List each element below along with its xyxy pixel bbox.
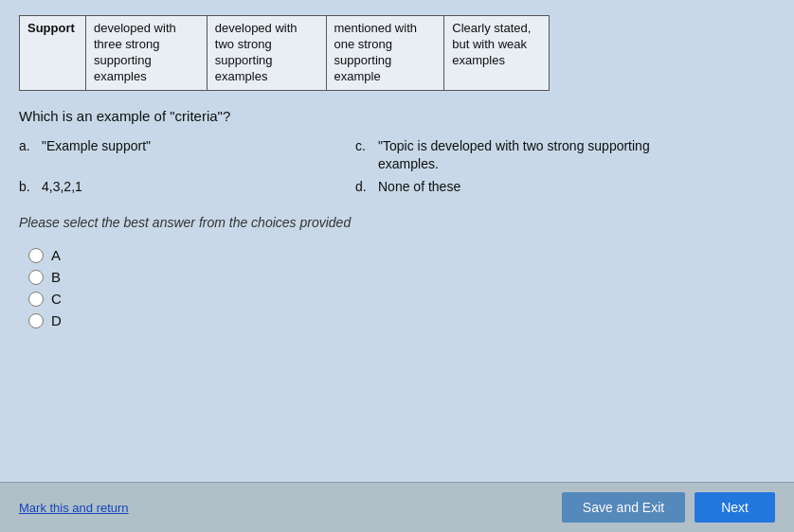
table-label-support: Support (20, 16, 86, 91)
choice-a-label: a. (19, 137, 36, 156)
rubric-table: Support developed with three strong supp… (19, 15, 550, 91)
question-text: Which is an example of "criteria"? (19, 108, 775, 124)
mark-return-button[interactable]: Mark this and return (19, 501, 129, 515)
choice-b-label: b. (19, 178, 36, 197)
radio-input-b[interactable] (28, 270, 44, 285)
choice-d-label: d. (355, 178, 372, 197)
radio-label-b: B (51, 269, 61, 285)
choice-a-text: "Example support" (42, 137, 151, 156)
table-cell-col4: Clearly stated, but with weak examples (444, 16, 550, 91)
table-cell-col2: developed with two strong supporting exa… (207, 16, 326, 91)
instruction-text: Please select the best answer from the c… (19, 215, 775, 230)
choice-d: d. None of these (355, 178, 663, 197)
radio-item-d[interactable]: D (28, 312, 775, 328)
next-button[interactable]: Next (695, 492, 775, 523)
radio-label-a: A (51, 247, 61, 263)
footer: Mark this and return Save and Exit Next (0, 482, 794, 532)
table-cell-col1: developed with three strong supporting e… (86, 16, 208, 91)
radio-label-c: C (51, 291, 62, 307)
radio-input-d[interactable] (28, 313, 44, 328)
choice-c-text: "Topic is developed with two strong supp… (378, 137, 663, 174)
footer-left: Mark this and return (19, 500, 552, 515)
table-cell-col3: mentioned with one strong supporting exa… (326, 16, 444, 91)
radio-item-b[interactable]: B (28, 269, 775, 285)
radio-item-a[interactable]: A (28, 247, 775, 263)
choice-b: b. 4,3,2,1 (19, 178, 327, 197)
choice-b-text: 4,3,2,1 (42, 178, 82, 197)
choice-d-text: None of these (378, 178, 460, 197)
choices-grid: a. "Example support" c. "Topic is develo… (19, 137, 663, 197)
choice-c: c. "Topic is developed with two strong s… (355, 137, 663, 174)
radio-label-d: D (51, 312, 62, 328)
choice-c-label: c. (355, 137, 372, 156)
choice-a: a. "Example support" (19, 137, 327, 156)
radio-options: A B C D (19, 247, 775, 328)
radio-input-c[interactable] (28, 292, 44, 307)
radio-input-a[interactable] (28, 248, 44, 263)
radio-item-c[interactable]: C (28, 291, 775, 307)
save-exit-button[interactable]: Save and Exit (562, 492, 685, 523)
